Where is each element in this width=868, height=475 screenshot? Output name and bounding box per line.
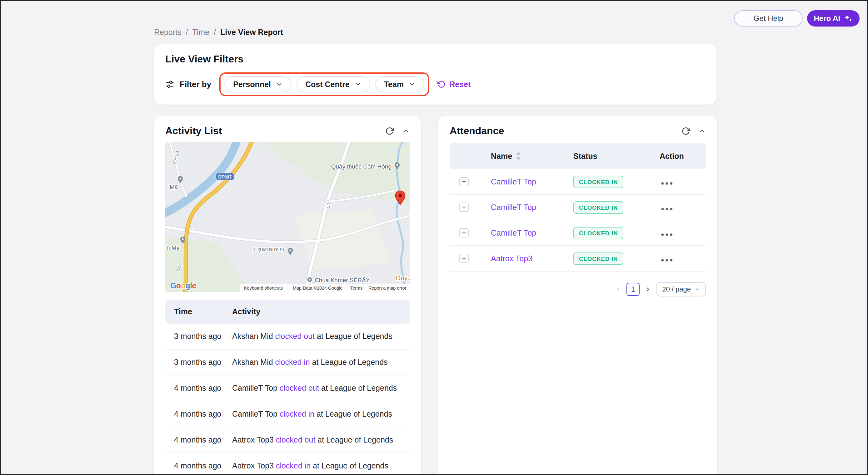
filter-by-label-group: Filter by bbox=[165, 79, 211, 89]
activity-time: 3 months ago bbox=[165, 349, 223, 375]
activity-row: 3 months ago Akshan Mid clocked out at L… bbox=[165, 324, 410, 349]
attendance-name[interactable]: CamilleT Top bbox=[478, 229, 567, 238]
activity-time: 4 months ago bbox=[165, 453, 223, 475]
activity-list-card: Activity List bbox=[154, 116, 421, 475]
team-filter-dropdown[interactable]: Team bbox=[375, 76, 424, 92]
activity-text: Akshan Mid clocked in at League of Legen… bbox=[223, 349, 410, 375]
attendance-name[interactable]: Aatrox Top3 bbox=[478, 254, 567, 263]
route-shield-label: DT907 bbox=[218, 174, 231, 179]
live-view-report-page: { "colors": { "accent_purple": "#7c3aed"… bbox=[0, 0, 868, 475]
activity-time: 4 months ago bbox=[165, 375, 223, 401]
cost-centre-filter-label: Cost Centre bbox=[305, 80, 350, 89]
attendance-col-action: Action bbox=[660, 152, 706, 161]
attendance-row: + CamilleT Top CLOCKED IN ●●● bbox=[450, 169, 706, 195]
activity-context: at League of Legends bbox=[319, 383, 397, 392]
sparkles-icon bbox=[844, 14, 853, 23]
expand-row-button[interactable]: + bbox=[459, 203, 469, 212]
activity-text: CamilleT Top clocked out at League of Le… bbox=[223, 375, 410, 401]
row-actions-menu[interactable]: ●●● bbox=[661, 257, 674, 263]
activity-table-header: Time Activity bbox=[165, 300, 410, 324]
breadcrumb-reports[interactable]: Reports bbox=[154, 28, 182, 37]
expand-row-button[interactable]: + bbox=[459, 254, 469, 263]
sliders-icon bbox=[165, 79, 175, 89]
activity-text: Aatrox Top3 clocked in at League of Lege… bbox=[223, 453, 410, 475]
map-label-khmer-area: ក្តោតាយយ bbox=[254, 246, 285, 253]
activity-list-title: Activity List bbox=[165, 125, 222, 137]
attendance-table-header: Name Status Action bbox=[450, 143, 706, 169]
page-size-value: 20 / page bbox=[662, 285, 691, 293]
activity-context: at League of Legends bbox=[315, 332, 393, 340]
cost-centre-filter-dropdown[interactable]: Cost Centre bbox=[297, 76, 370, 92]
activity-row: 3 months ago Akshan Mid clocked in at Le… bbox=[165, 349, 410, 375]
attendance-col-name-label: Name bbox=[491, 152, 512, 161]
keyboard-shortcuts-link[interactable]: Keyboard shortcuts bbox=[244, 285, 283, 291]
attendance-name[interactable]: CamilleT Top bbox=[478, 177, 567, 186]
personnel-filter-dropdown[interactable]: Personnel bbox=[224, 76, 291, 92]
activity-context: at League of Legends bbox=[315, 435, 393, 444]
activity-context: at League of Legends bbox=[311, 461, 389, 470]
map-label-n-my: n Mỹ bbox=[166, 244, 180, 251]
activity-col-time: Time bbox=[165, 300, 223, 324]
expand-row-button[interactable]: + bbox=[459, 177, 469, 186]
activity-row: 4 months ago Aatrox Top3 clocked out at … bbox=[165, 427, 410, 453]
team-filter-label: Team bbox=[384, 80, 404, 89]
page-size-select[interactable]: 20 / page bbox=[656, 282, 706, 297]
breadcrumb-separator: / bbox=[214, 28, 216, 37]
reset-filters-button[interactable]: Reset bbox=[437, 80, 470, 89]
activity-text: CamilleT Top clocked in at League of Leg… bbox=[223, 401, 410, 427]
map-label-my: Mỹ bbox=[170, 184, 178, 191]
map-label-pagoda: Chùa Khmer SÊRÂY bbox=[315, 277, 370, 283]
activity-actor: Akshan Mid bbox=[232, 358, 275, 366]
activity-table: Time Activity 3 months ago Akshan Mid cl… bbox=[165, 300, 410, 475]
expand-row-button[interactable]: + bbox=[459, 228, 469, 238]
refresh-icon[interactable] bbox=[681, 127, 690, 135]
next-page-button[interactable] bbox=[645, 286, 651, 292]
activity-text: Aatrox Top3 clocked out at League of Leg… bbox=[223, 427, 410, 452]
refresh-icon[interactable] bbox=[385, 127, 394, 135]
get-help-button[interactable]: Get Help bbox=[734, 10, 803, 27]
activity-context: at League of Legends bbox=[314, 409, 392, 418]
filter-by-label: Filter by bbox=[180, 79, 211, 89]
pagoda-poi-icon[interactable] bbox=[307, 277, 312, 282]
report-map-error-link[interactable]: Report a map error bbox=[368, 285, 406, 291]
attendance-title: Attendance bbox=[450, 125, 504, 137]
attendance-row: + Aatrox Top3 CLOCKED IN ●●● bbox=[450, 246, 706, 272]
chevron-down-icon bbox=[354, 81, 362, 88]
page-number-button[interactable]: 1 bbox=[626, 283, 640, 296]
activity-action: clocked out bbox=[275, 332, 315, 340]
activity-action: clocked out bbox=[276, 435, 315, 444]
activity-actor: Akshan Mid bbox=[232, 332, 275, 340]
personnel-filter-label: Personnel bbox=[233, 80, 271, 89]
terms-link[interactable]: Terms bbox=[350, 285, 363, 291]
previous-page-button[interactable] bbox=[615, 286, 621, 292]
chevron-down-icon bbox=[409, 81, 415, 88]
topbar-actions: Get Help Hero AI bbox=[734, 10, 860, 27]
activity-context: at League of Legends bbox=[310, 358, 388, 366]
filters-title: Live View Filters bbox=[165, 54, 705, 65]
attendance-col-name-sort[interactable]: Name bbox=[478, 152, 567, 161]
road-label-907: 907 bbox=[176, 263, 182, 272]
attendance-table-body: + CamilleT Top CLOCKED IN ●●● + CamilleT… bbox=[450, 169, 706, 272]
activity-time: 4 months ago bbox=[165, 401, 223, 427]
map-canvas[interactable]: DT907 ĐH 44 02 907 bbox=[165, 142, 410, 292]
hero-ai-label: Hero AI bbox=[814, 14, 840, 23]
activity-action: clocked in bbox=[276, 461, 311, 470]
breadcrumb-separator: / bbox=[186, 28, 188, 37]
row-actions-menu[interactable]: ●●● bbox=[661, 206, 674, 212]
row-actions-menu[interactable]: ●●● bbox=[661, 180, 674, 186]
breadcrumb-time[interactable]: Time bbox=[192, 28, 210, 37]
attendance-row: + CamilleT Top CLOCKED IN ●●● bbox=[450, 220, 706, 246]
activity-text: Akshan Mid clocked out at League of Lege… bbox=[223, 324, 410, 349]
row-actions-menu[interactable]: ●●● bbox=[661, 231, 674, 238]
google-logo[interactable]: Google bbox=[170, 281, 196, 290]
google-map[interactable]: DT907 ĐH 44 02 907 bbox=[165, 142, 410, 292]
status-badge: CLOCKED IN bbox=[574, 227, 623, 239]
activity-row: 4 months ago CamilleT Top clocked in at … bbox=[165, 401, 410, 427]
status-badge: CLOCKED IN bbox=[574, 176, 623, 188]
collapse-chevron-up-icon[interactable] bbox=[698, 127, 706, 135]
activity-table-body: 3 months ago Akshan Mid clocked out at L… bbox=[165, 324, 410, 475]
collapse-chevron-up-icon[interactable] bbox=[402, 127, 410, 135]
attendance-name[interactable]: CamilleT Top bbox=[478, 203, 567, 212]
hero-ai-button[interactable]: Hero AI bbox=[807, 10, 860, 27]
activity-time: 3 months ago bbox=[165, 324, 223, 349]
